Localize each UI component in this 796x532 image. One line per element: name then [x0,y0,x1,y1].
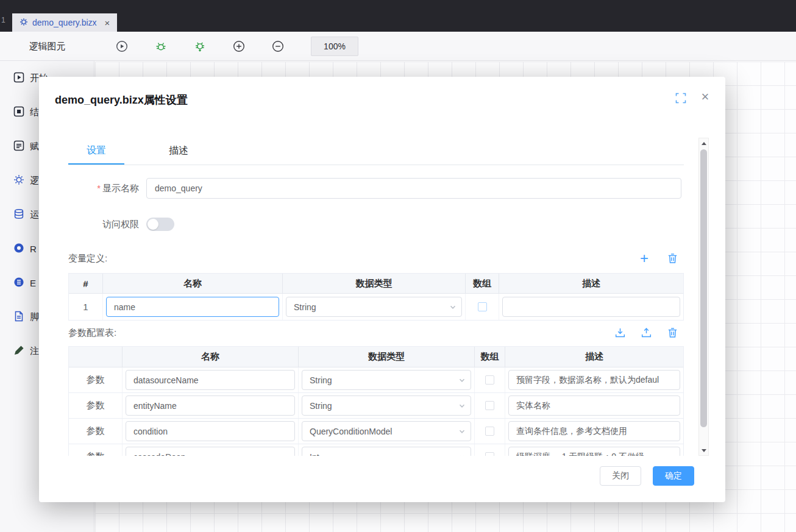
param-desc-input[interactable] [508,395,680,416]
pen-icon [13,345,24,358]
database-icon [13,208,24,221]
palette-item-label: E [30,278,36,288]
variable-type-select[interactable] [286,297,462,317]
variables-label: 变量定义: [68,253,107,263]
param-row: 参数 [69,367,683,393]
param-array-checkbox[interactable] [485,452,494,456]
param-name-input[interactable] [126,421,295,441]
debug-step-icon[interactable] [194,40,206,52]
play-circle-icon[interactable] [116,40,128,52]
params-section-header: 参数配置表: [68,324,684,341]
param-desc-input[interactable] [508,447,680,456]
toolbar-row: 逻辑图元 [0,32,796,61]
variable-desc-input[interactable] [502,297,680,317]
display-name-input[interactable] [146,178,681,199]
param-row: 参数 [69,444,683,456]
params-table: 名称 数据类型 数组 描述 参数 [68,346,684,456]
confirm-button[interactable]: 确定 [653,466,694,486]
variable-index: 1 [69,294,103,320]
tab-close-icon[interactable]: × [105,18,110,28]
param-kind-label: 参数 [69,419,123,444]
delete-variable-icon[interactable] [666,252,678,265]
debug-bug-icon[interactable] [155,40,167,52]
add-variable-icon[interactable]: + [638,252,650,265]
canvas-toolbar: 100% [95,32,796,61]
dialog-body: 设置 描述 *显示名称 访问权限 变量定义: + [68,138,684,456]
zoom-out-icon[interactable] [272,40,284,52]
logic-gear-icon [13,174,24,187]
col-desc: 描述 [505,347,683,367]
close-button[interactable]: 关闭 [600,466,641,486]
required-mark: * [97,183,101,193]
dialog-scrollbar[interactable] [698,138,709,456]
param-array-checkbox[interactable] [485,375,494,385]
col-type: 数据类型 [299,347,475,367]
bizx-gear-icon [20,18,28,28]
scrollbar-thumb[interactable] [700,149,707,427]
col-kind [69,347,123,367]
variable-row: 1 [69,294,683,321]
palette-item-label: 脚 [30,311,39,323]
edge-text: 1 [1,16,5,24]
script-icon [13,311,24,324]
zoom-in-icon[interactable] [233,40,245,52]
tab-settings[interactable]: 设置 [68,138,124,165]
param-array-checkbox[interactable] [485,427,494,436]
assign-icon [13,140,24,153]
variables-table-header: # 名称 数据类型 数组 描述 [69,274,683,294]
col-name: 名称 [103,274,283,293]
param-type-select[interactable] [302,447,471,456]
col-array: 数组 [475,347,505,367]
param-name-input[interactable] [126,447,295,456]
palette-item-label: 赋 [30,141,39,152]
scroll-down-icon[interactable] [699,445,708,455]
col-array: 数组 [466,274,499,293]
palette-item-label: 运 [30,209,39,221]
param-array-checkbox[interactable] [485,401,494,410]
import-params-icon[interactable] [614,326,626,339]
fullscreen-icon[interactable] [675,93,686,104]
param-type-select[interactable] [302,395,471,416]
variable-array-checkbox[interactable] [478,302,487,311]
param-kind-label: 参数 [69,367,123,392]
params-table-body: 参数 [69,367,683,456]
tab-description[interactable]: 描述 [151,138,207,165]
dialog-footer: 关闭 确定 [600,466,694,486]
dialog-tabs: 设置 描述 [68,138,684,165]
param-kind-label: 参数 [69,444,123,456]
params-table-header: 名称 数据类型 数组 描述 [69,347,683,367]
param-desc-input[interactable] [508,421,680,441]
export-params-icon[interactable] [640,326,652,339]
palette-item-label: 注 [30,346,39,357]
tab-demo-query-bizx[interactable]: demo_query.bizx × [12,13,117,32]
r-node-icon [13,243,24,255]
param-desc-input[interactable] [508,370,680,390]
delete-params-icon[interactable] [666,326,678,339]
param-kind-label: 参数 [69,393,123,418]
variables-table: # 名称 数据类型 数组 描述 1 [68,273,684,321]
param-row: 参数 [69,393,683,419]
end-icon [13,106,24,119]
param-type-select[interactable] [302,370,471,390]
display-name-label: *显示名称 [68,178,139,199]
properties-dialog: demo_query.bizx属性设置 × 设置 描述 *显示名称 访问权限 变… [39,77,725,502]
zoom-level-button[interactable]: 100% [311,37,358,56]
scroll-up-icon[interactable] [699,138,708,148]
param-name-input[interactable] [126,370,295,390]
col-type: 数据类型 [283,274,466,293]
param-type-select[interactable] [302,421,471,441]
variables-section-header: 变量定义: + [68,250,684,267]
tab-title: demo_query.bizx [32,18,97,27]
palette-item-label: 结 [30,107,39,118]
col-index: # [69,274,103,293]
params-label: 参数配置表: [68,327,116,338]
param-name-input[interactable] [126,395,295,416]
variable-name-input[interactable] [106,297,279,317]
palette-item-label: R [30,244,37,254]
col-name: 名称 [123,347,299,367]
close-icon[interactable]: × [698,89,712,105]
col-desc: 描述 [499,274,683,293]
app-root: 1 demo_query.bizx × 逻辑图元 [0,0,796,532]
palette-item-label: 逻 [30,175,39,186]
access-permission-toggle[interactable] [146,218,174,231]
